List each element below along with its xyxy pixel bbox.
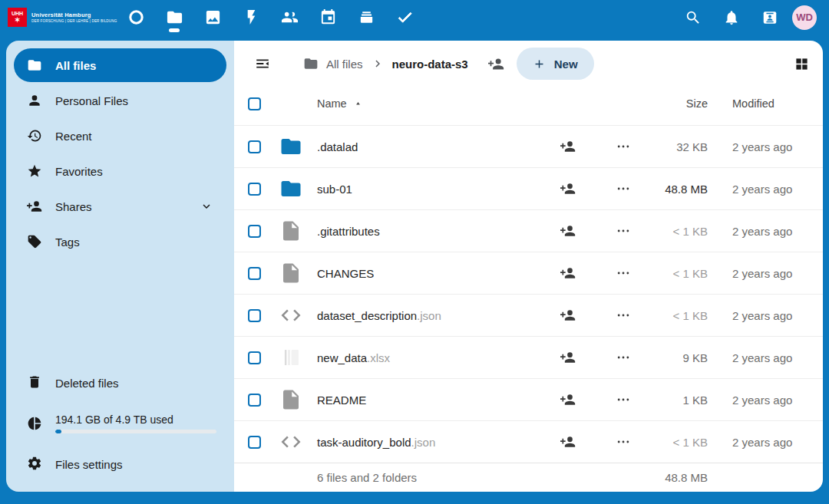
row-checkbox[interactable] (248, 140, 261, 153)
actions-menu-button[interactable] (616, 223, 631, 239)
table-row[interactable]: .gitattributes< 1 KB2 years ago (234, 209, 823, 252)
table-row[interactable]: new_data.xlsx9 KB2 years ago (234, 336, 823, 378)
app-tasks[interactable] (385, 0, 424, 35)
row-checkbox[interactable] (248, 183, 261, 196)
share-button[interactable] (560, 181, 576, 196)
column-header-size[interactable]: Size (640, 97, 732, 110)
file-size: 9 KB (640, 351, 732, 364)
grid-view-toggle[interactable] (794, 57, 809, 71)
collapse-sidebar-button[interactable] (254, 55, 271, 72)
file-name[interactable]: .gitattributes (317, 225, 380, 238)
sidebar-item-favorites[interactable]: Favorites (14, 154, 226, 188)
sidebar-item-files-settings[interactable]: Files settings (14, 447, 226, 481)
row-checkbox[interactable] (248, 309, 261, 322)
chevron-down-icon[interactable] (200, 199, 213, 213)
actions-menu-button[interactable] (616, 265, 631, 281)
quota-progress-bar (55, 430, 216, 433)
file-size: < 1 KB (640, 225, 732, 238)
trash-icon (27, 374, 42, 392)
sidebar-item-label: Favorites (55, 165, 103, 178)
share-button[interactable] (560, 392, 576, 407)
files-header: All files neuro-data-s3 New (234, 41, 823, 82)
actions-menu-button[interactable] (616, 434, 631, 450)
share-button[interactable] (560, 434, 576, 450)
file-name[interactable]: CHANGES (317, 267, 374, 280)
files-summary: 6 files and 2 folders (317, 471, 417, 484)
table-row[interactable]: dataset_description.json< 1 KB2 years ag… (234, 294, 823, 336)
app-activity[interactable] (232, 0, 270, 35)
file-name[interactable]: new_data.xlsx (317, 351, 390, 364)
spreadsheet-icon (279, 346, 302, 369)
file-name[interactable]: dataset_description.json (317, 309, 441, 322)
app-calendar[interactable] (309, 0, 347, 35)
org-logo[interactable]: UHH ✶ Universität Hamburg DER FORSCHUNG … (8, 8, 117, 27)
app-dashboard[interactable] (117, 0, 155, 35)
sidebar-item-all-files[interactable]: All files (14, 48, 226, 82)
table-row[interactable]: CHANGES< 1 KB2 years ago (234, 252, 823, 294)
table-row[interactable]: task-auditory_bold.json< 1 KB2 years ago (234, 420, 823, 463)
app-files[interactable] (155, 0, 193, 35)
search-icon (685, 9, 702, 26)
select-all-checkbox[interactable] (248, 97, 261, 110)
column-header-name[interactable]: Name (317, 97, 347, 110)
storage-quota[interactable]: 194.1 GB of 4.9 TB used (14, 403, 226, 444)
sort-ascending-icon[interactable] (353, 99, 363, 109)
file-icon (279, 388, 302, 411)
tag-icon (27, 234, 42, 249)
app-deck[interactable] (347, 0, 385, 35)
share-button[interactable] (560, 350, 576, 365)
file-name[interactable]: .datalad (317, 140, 358, 153)
check-icon (396, 8, 414, 26)
actions-menu-button[interactable] (616, 350, 631, 365)
table-row[interactable]: sub-0148.8 MB2 years ago (234, 167, 823, 209)
sidebar-item-label: Tags (55, 236, 80, 249)
sidebar-item-tags[interactable]: Tags (14, 225, 226, 259)
file-modified: 2 years ago (732, 394, 823, 407)
notifications-button[interactable] (712, 0, 751, 35)
sidebar-item-recent[interactable]: Recent (14, 119, 226, 153)
share-button[interactable] (560, 223, 576, 239)
share-folder-button[interactable] (488, 56, 504, 72)
active-app-indicator (169, 28, 180, 32)
file-size: < 1 KB (640, 436, 732, 449)
row-checkbox[interactable] (248, 436, 261, 449)
avatar[interactable]: WD (792, 5, 817, 30)
table-row[interactable]: README1 KB2 years ago (234, 378, 823, 420)
breadcrumb-root[interactable]: All files (326, 58, 363, 71)
file-name[interactable]: sub-01 (317, 183, 352, 196)
dashboard-circle-icon (127, 8, 145, 26)
table-row[interactable]: .datalad32 KB2 years ago (234, 125, 823, 167)
column-header-modified[interactable]: Modified (732, 97, 823, 110)
actions-menu-button[interactable] (616, 139, 631, 154)
sidebar-item-shares[interactable]: Shares (14, 189, 226, 223)
file-name[interactable]: task-auditory_bold.json (317, 436, 435, 449)
sidebar-item-personal-files[interactable]: Personal Files (14, 84, 226, 117)
app-contacts[interactable] (270, 0, 309, 35)
share-button[interactable] (560, 139, 576, 154)
row-checkbox[interactable] (248, 225, 261, 238)
file-icon (279, 219, 302, 242)
code-icon (279, 304, 302, 327)
actions-menu-button[interactable] (616, 181, 631, 196)
sidebar-spacer (6, 260, 234, 364)
share-button[interactable] (560, 265, 576, 281)
share-button[interactable] (560, 308, 576, 323)
file-icon (279, 262, 302, 285)
search-button[interactable] (674, 0, 712, 35)
app-photos[interactable] (193, 0, 232, 35)
sidebar-item-deleted-files[interactable]: Deleted files (14, 366, 226, 400)
row-checkbox[interactable] (248, 351, 261, 364)
top-bar-actions: WD (674, 0, 821, 35)
folder-icon (303, 56, 319, 71)
sidebar-nav: All filesPersonal FilesRecentFavoritesSh… (6, 47, 234, 260)
sidebar-item-label: Recent (55, 130, 92, 143)
breadcrumb-current-folder: neuro-data-s3 (392, 58, 468, 71)
actions-menu-button[interactable] (616, 392, 631, 407)
calendar-icon (319, 8, 337, 26)
actions-menu-button[interactable] (616, 308, 631, 323)
contacts-menu-button[interactable] (751, 0, 789, 35)
row-checkbox[interactable] (248, 267, 261, 280)
new-button[interactable]: New (517, 48, 594, 80)
file-name[interactable]: README (317, 394, 366, 407)
row-checkbox[interactable] (248, 394, 261, 407)
